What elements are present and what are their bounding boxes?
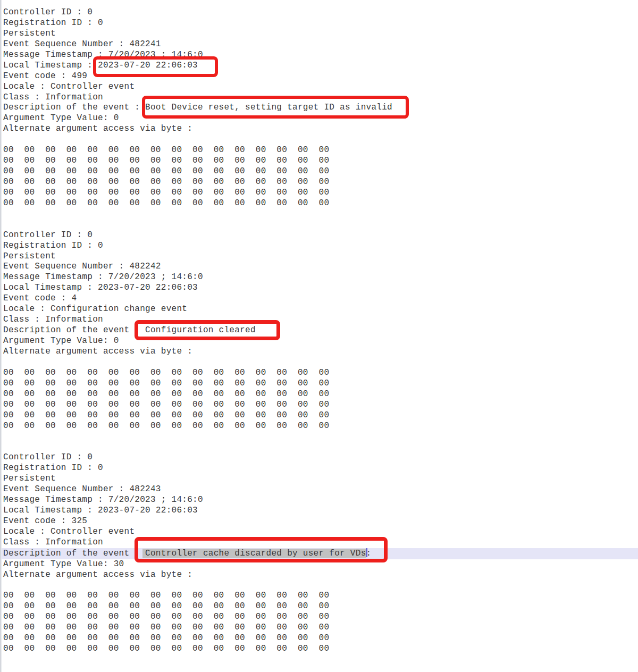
log-line: Locale : Controller event (3, 82, 638, 93)
hex-row: 00 00 00 00 00 00 00 00 00 00 00 00 00 0… (3, 188, 638, 198)
log-line (3, 581, 638, 591)
log-line (3, 442, 638, 452)
log-line (3, 431, 638, 442)
text-cursor (366, 548, 367, 557)
hex-row: 00 00 00 00 00 00 00 00 00 00 00 00 00 0… (3, 633, 638, 644)
log-line: Persistent (3, 474, 638, 484)
log-line: Message Timestamp : 7/20/2023 ; 14:6:0 (3, 495, 638, 506)
log-line: Registration ID : 0 (3, 18, 638, 29)
hex-row: 00 00 00 00 00 00 00 00 00 00 00 00 00 0… (3, 166, 638, 177)
log-line: Description of the event : Boot Device r… (3, 103, 638, 113)
log-line: Event code : 4 (3, 293, 638, 304)
highlighted-line: Description of the event : Controller ca… (0, 548, 638, 559)
hex-row: 00 00 00 00 00 00 00 00 00 00 00 00 00 0… (3, 145, 638, 156)
log-line: Event code : 325 (3, 516, 638, 527)
log-line (3, 135, 638, 145)
hex-row: 00 00 00 00 00 00 00 00 00 00 00 00 00 0… (3, 644, 638, 654)
log-line: Class : Information (3, 537, 638, 548)
log-line: Message Timestamp : 7/20/2023 ; 14:6:0 (3, 50, 638, 61)
log-line: Event Sequence Number : 482243 (3, 484, 638, 495)
log-line: Event Sequence Number : 482241 (3, 39, 638, 50)
log-line: Persistent (3, 29, 638, 39)
log-line: Alternate argument access via byte : (3, 347, 638, 357)
log-line: Argument Type Value: 30 (3, 559, 638, 570)
log-line: Argument Type Value: 0 (3, 113, 638, 124)
log-line: Persistent (3, 251, 638, 262)
log-line (3, 220, 638, 230)
log-line: Event code : 499 (3, 71, 638, 82)
hex-row: 00 00 00 00 00 00 00 00 00 00 00 00 00 0… (3, 389, 638, 400)
hex-row: 00 00 00 00 00 00 00 00 00 00 00 00 00 0… (3, 177, 638, 188)
hex-row: 00 00 00 00 00 00 00 00 00 00 00 00 00 0… (3, 400, 638, 410)
log-line: Registration ID : 0 (3, 463, 638, 474)
log-line: Locale : Controller event (3, 527, 638, 537)
log-line (3, 209, 638, 220)
log-line: Message Timestamp : 7/20/2023 ; 14:6:0 (3, 272, 638, 283)
selected-text[interactable]: Controller cache discarded by user for V… (145, 549, 366, 558)
log-line: Class : Information (3, 315, 638, 325)
log-text[interactable]: Controller ID : 0Registration ID : 0Pers… (0, 7, 638, 654)
log-line: Alternate argument access via byte : (3, 570, 638, 581)
hex-row: 00 00 00 00 00 00 00 00 00 00 00 00 00 0… (3, 198, 638, 209)
hex-row: 00 00 00 00 00 00 00 00 00 00 00 00 00 0… (3, 591, 638, 601)
hex-row: 00 00 00 00 00 00 00 00 00 00 00 00 00 0… (3, 421, 638, 432)
log-line: Controller ID : 0 (3, 230, 638, 241)
log-line: Local Timestamp : 2023-07-20 22:06:03 (3, 283, 638, 293)
log-line: Event Sequence Number : 482242 (3, 262, 638, 272)
hex-row: 00 00 00 00 00 00 00 00 00 00 00 00 00 0… (3, 623, 638, 633)
hex-row: 00 00 00 00 00 00 00 00 00 00 00 00 00 0… (3, 368, 638, 379)
hex-row: 00 00 00 00 00 00 00 00 00 00 00 00 00 0… (3, 612, 638, 623)
log-line: Locale : Configuration change event (3, 304, 638, 315)
hex-row: 00 00 00 00 00 00 00 00 00 00 00 00 00 0… (3, 410, 638, 421)
log-line: Description of the event : Configuration… (3, 325, 638, 336)
log-line: Local Timestamp : 2023-07-20 22:06:03 (3, 61, 638, 71)
log-line: Argument Type Value: 0 (3, 336, 638, 347)
log-line: Alternate argument access via byte : (3, 124, 638, 135)
hex-row: 00 00 00 00 00 00 00 00 00 00 00 00 00 0… (3, 156, 638, 166)
log-line: Controller ID : 0 (3, 452, 638, 463)
log-line: Controller ID : 0 (3, 7, 638, 18)
left-edge-border (0, 0, 2, 672)
log-line: Registration ID : 0 (3, 241, 638, 251)
hex-row: 00 00 00 00 00 00 00 00 00 00 00 00 00 0… (3, 379, 638, 389)
hex-row: 00 00 00 00 00 00 00 00 00 00 00 00 00 0… (3, 601, 638, 612)
log-line: Local Timestamp : 2023-07-20 22:06:03 (3, 506, 638, 516)
log-line (3, 357, 638, 368)
log-line: Class : Information (3, 93, 638, 103)
